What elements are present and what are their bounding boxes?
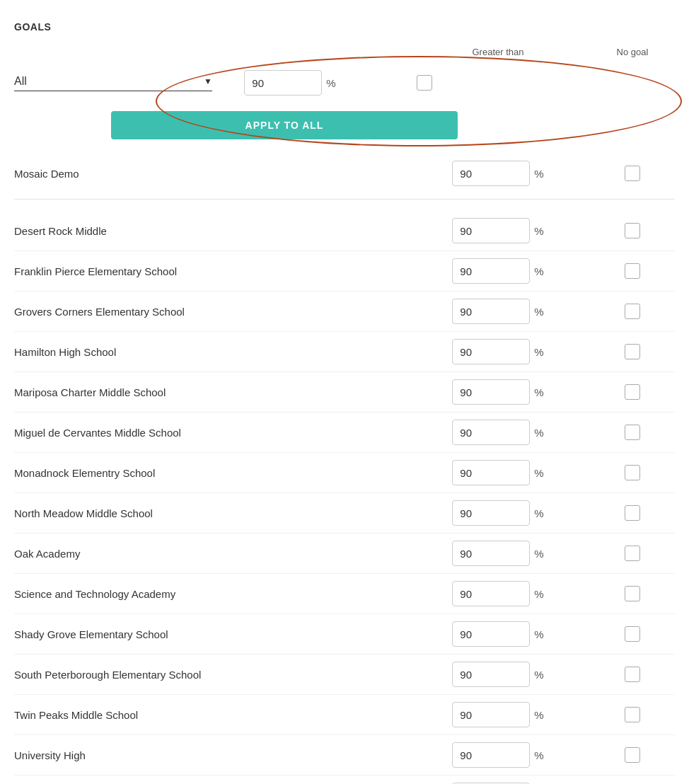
- school-row: Oak Academy %: [14, 534, 675, 574]
- apply-to-all-button[interactable]: APPLY TO ALL: [111, 111, 458, 139]
- school-goal-input[interactable]: [452, 299, 530, 324]
- mosaic-goal-input[interactable]: [452, 161, 530, 186]
- page-title: GOALS: [14, 21, 675, 33]
- school-name: North Meadow Middle School: [14, 507, 420, 519]
- school-goal-input[interactable]: [452, 258, 530, 284]
- school-no-goal-checkbox[interactable]: [625, 465, 640, 480]
- school-goal-input[interactable]: [452, 662, 530, 687]
- school-no-goal-checkbox[interactable]: [625, 747, 640, 763]
- school-percent: %: [534, 386, 543, 398]
- all-no-goal-cell: [396, 75, 453, 91]
- school-no-goal-checkbox[interactable]: [625, 425, 640, 440]
- school-name: Mariposa Charter Middle School: [14, 386, 420, 398]
- school-name: Oak Academy: [14, 548, 420, 560]
- school-name: Miguel de Cervantes Middle School: [14, 427, 420, 439]
- school-name: Shady Grove Elementary School: [14, 628, 420, 640]
- school-goal-input[interactable]: [452, 581, 530, 606]
- school-goal-input[interactable]: [452, 500, 530, 526]
- school-no-goal-cell: [604, 223, 661, 238]
- school-no-goal-cell: [604, 667, 661, 682]
- school-no-goal-cell: [604, 747, 661, 763]
- school-name: Grovers Corners Elementary School: [14, 306, 420, 318]
- school-no-goal-checkbox[interactable]: [625, 667, 640, 682]
- mosaic-goal-group: %: [420, 161, 576, 186]
- school-row: Westish Academy Middle School %: [14, 776, 675, 784]
- school-no-goal-checkbox[interactable]: [625, 304, 640, 319]
- school-goal-input[interactable]: [452, 420, 530, 445]
- school-goal-input[interactable]: [452, 218, 530, 243]
- all-goal-input[interactable]: [244, 70, 322, 96]
- all-input-group: %: [244, 70, 335, 96]
- school-no-goal-cell: [604, 546, 661, 561]
- all-percent-label: %: [326, 77, 335, 89]
- school-percent: %: [534, 225, 543, 237]
- school-percent: %: [534, 628, 543, 640]
- school-goal-input[interactable]: [452, 541, 530, 566]
- school-no-goal-checkbox[interactable]: [625, 546, 640, 561]
- mosaic-name: Mosaic Demo: [14, 168, 420, 180]
- school-no-goal-cell: [604, 425, 661, 440]
- school-row: Desert Rock Middle %: [14, 211, 675, 251]
- all-no-goal-checkbox[interactable]: [417, 75, 432, 91]
- school-name: Hamilton High School: [14, 346, 420, 358]
- school-row: Monadnock Elementry School %: [14, 453, 675, 493]
- mosaic-no-goal-checkbox[interactable]: [625, 166, 640, 181]
- school-no-goal-cell: [604, 626, 661, 642]
- school-goal-input[interactable]: [452, 460, 530, 485]
- school-row: Franklin Pierce Elementary School %: [14, 251, 675, 292]
- school-row: South Peterborough Elementary School %: [14, 655, 675, 695]
- school-no-goal-cell: [604, 465, 661, 480]
- school-goal-group: %: [420, 299, 576, 324]
- school-name: Franklin Pierce Elementary School: [14, 265, 420, 277]
- school-goal-group: %: [420, 621, 576, 647]
- school-no-goal-checkbox[interactable]: [625, 344, 640, 359]
- mosaic-row: Mosaic Demo %: [14, 154, 675, 193]
- all-dropdown[interactable]: All ▼: [14, 75, 212, 91]
- school-no-goal-checkbox[interactable]: [625, 626, 640, 642]
- mosaic-section: Mosaic Demo %: [14, 154, 675, 200]
- school-no-goal-cell: [604, 586, 661, 601]
- school-no-goal-checkbox[interactable]: [625, 384, 640, 400]
- school-no-goal-checkbox[interactable]: [625, 505, 640, 521]
- school-percent: %: [534, 265, 543, 277]
- school-no-goal-checkbox[interactable]: [625, 707, 640, 722]
- school-no-goal-cell: [604, 263, 661, 279]
- school-percent: %: [534, 709, 543, 721]
- school-name: Twin Peaks Middle School: [14, 709, 420, 721]
- school-percent: %: [534, 507, 543, 519]
- school-goal-input[interactable]: [452, 702, 530, 727]
- school-goal-group: %: [420, 662, 576, 687]
- school-row: North Meadow Middle School %: [14, 493, 675, 534]
- school-goal-group: %: [420, 460, 576, 485]
- school-percent: %: [534, 548, 543, 560]
- mosaic-no-goal-cell: [604, 166, 661, 181]
- school-goal-group: %: [420, 702, 576, 727]
- school-name: University High: [14, 749, 420, 761]
- school-row: Shady Grove Elementary School %: [14, 614, 675, 655]
- school-name: Monadnock Elementry School: [14, 467, 420, 479]
- school-name: Desert Rock Middle: [14, 225, 420, 237]
- school-percent: %: [534, 346, 543, 358]
- school-row: Science and Technology Academy %: [14, 574, 675, 614]
- school-goal-group: %: [420, 420, 576, 445]
- school-goal-group: %: [420, 379, 576, 405]
- school-no-goal-checkbox[interactable]: [625, 223, 640, 238]
- school-goal-group: %: [420, 218, 576, 243]
- school-goal-input[interactable]: [452, 621, 530, 647]
- greater-than-header: Greater than: [420, 47, 576, 57]
- school-goal-input[interactable]: [452, 742, 530, 768]
- school-no-goal-cell: [604, 304, 661, 319]
- school-no-goal-cell: [604, 707, 661, 722]
- school-goal-input[interactable]: [452, 379, 530, 405]
- school-row: Grovers Corners Elementary School %: [14, 292, 675, 332]
- school-goal-group: %: [420, 581, 576, 606]
- all-row-wrapper: All ▼ % APPLY TO ALL: [14, 63, 675, 139]
- school-no-goal-cell: [604, 505, 661, 521]
- school-row: Hamilton High School %: [14, 332, 675, 372]
- school-goal-group: %: [420, 500, 576, 526]
- school-percent: %: [534, 427, 543, 439]
- school-goal-input[interactable]: [452, 339, 530, 364]
- school-row: University High %: [14, 735, 675, 776]
- school-no-goal-checkbox[interactable]: [625, 586, 640, 601]
- school-no-goal-checkbox[interactable]: [625, 263, 640, 279]
